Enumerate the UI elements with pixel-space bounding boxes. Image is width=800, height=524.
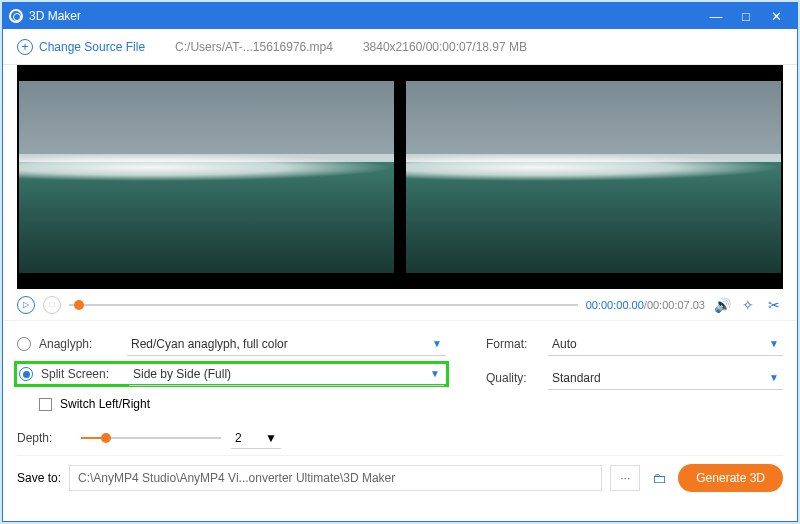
footer: Save to: C:\AnyMP4 Studio\AnyMP4 Vi...on… bbox=[3, 456, 797, 500]
anaglyph-radio[interactable] bbox=[17, 337, 31, 351]
switch-checkbox[interactable] bbox=[39, 398, 52, 411]
change-source-button[interactable]: + Change Source File bbox=[17, 39, 145, 55]
chevron-down-icon: ▼ bbox=[769, 372, 779, 383]
format-label: Format: bbox=[486, 337, 540, 351]
preview-right bbox=[406, 81, 781, 273]
save-to-label: Save to: bbox=[17, 471, 61, 485]
maximize-button[interactable]: □ bbox=[731, 9, 761, 24]
chevron-down-icon: ▼ bbox=[769, 338, 779, 349]
format-row: Format: Auto ▼ bbox=[486, 331, 783, 357]
open-folder-icon[interactable]: 🗀 bbox=[648, 470, 670, 486]
time-display: 00:00:00.00/00:00:07.03 bbox=[586, 299, 705, 311]
cut-icon[interactable]: ✂ bbox=[765, 297, 783, 313]
plus-icon: + bbox=[17, 39, 33, 55]
anaglyph-select[interactable]: Red/Cyan anaglyph, full color ▼ bbox=[127, 332, 446, 356]
play-button[interactable]: ▷ bbox=[17, 296, 35, 314]
file-path: C:/Users/AT-...15616976.mp4 bbox=[175, 40, 333, 54]
app-title: 3D Maker bbox=[29, 9, 81, 23]
app-window: 3D Maker — □ ✕ + Change Source File C:/U… bbox=[2, 2, 798, 522]
anaglyph-label: Anaglyph: bbox=[39, 337, 119, 351]
split-screen-row: Split Screen: Side by Side (Full) ▼ bbox=[14, 361, 449, 387]
quality-select[interactable]: Standard ▼ bbox=[548, 366, 783, 390]
depth-value-select[interactable]: 2 ▼ bbox=[231, 427, 281, 449]
chevron-down-icon: ▼ bbox=[265, 431, 277, 445]
switch-label: Switch Left/Right bbox=[60, 397, 150, 411]
split-screen-select[interactable]: Side by Side (Full) ▼ bbox=[129, 362, 444, 386]
split-screen-label: Split Screen: bbox=[41, 367, 121, 381]
chevron-down-icon: ▼ bbox=[430, 368, 440, 379]
generate-3d-button[interactable]: Generate 3D bbox=[678, 464, 783, 492]
app-icon bbox=[9, 9, 23, 23]
snapshot-icon[interactable]: ✧ bbox=[739, 297, 757, 313]
toolbar: + Change Source File C:/Users/AT-...1561… bbox=[3, 29, 797, 65]
close-button[interactable]: ✕ bbox=[761, 9, 791, 24]
browse-button[interactable]: ··· bbox=[610, 465, 640, 491]
change-source-label: Change Source File bbox=[39, 40, 145, 54]
settings-panel: Anaglyph: Red/Cyan anaglyph, full color … bbox=[3, 321, 797, 455]
anaglyph-row: Anaglyph: Red/Cyan anaglyph, full color … bbox=[17, 331, 446, 357]
depth-slider[interactable] bbox=[81, 437, 221, 439]
format-select[interactable]: Auto ▼ bbox=[548, 332, 783, 356]
save-path-input[interactable]: C:\AnyMP4 Studio\AnyMP4 Vi...onverter Ul… bbox=[69, 465, 602, 491]
stop-button[interactable]: □ bbox=[43, 296, 61, 314]
progress-slider[interactable] bbox=[69, 304, 578, 306]
depth-row: Depth: 2 ▼ bbox=[17, 425, 446, 451]
depth-label: Depth: bbox=[17, 431, 71, 445]
preview-left bbox=[19, 81, 394, 273]
switch-row: Switch Left/Right bbox=[17, 391, 446, 417]
quality-row: Quality: Standard ▼ bbox=[486, 365, 783, 391]
split-screen-radio[interactable] bbox=[19, 367, 33, 381]
volume-icon[interactable]: 🔊 bbox=[713, 297, 731, 313]
chevron-down-icon: ▼ bbox=[432, 338, 442, 349]
minimize-button[interactable]: — bbox=[701, 9, 731, 24]
video-preview bbox=[17, 65, 783, 289]
quality-label: Quality: bbox=[486, 371, 540, 385]
file-info: 3840x2160/00:00:07/18.97 MB bbox=[363, 40, 527, 54]
playbar: ▷ □ 00:00:00.00/00:00:07.03 🔊 ✧ ✂ bbox=[3, 289, 797, 321]
titlebar: 3D Maker — □ ✕ bbox=[3, 3, 797, 29]
